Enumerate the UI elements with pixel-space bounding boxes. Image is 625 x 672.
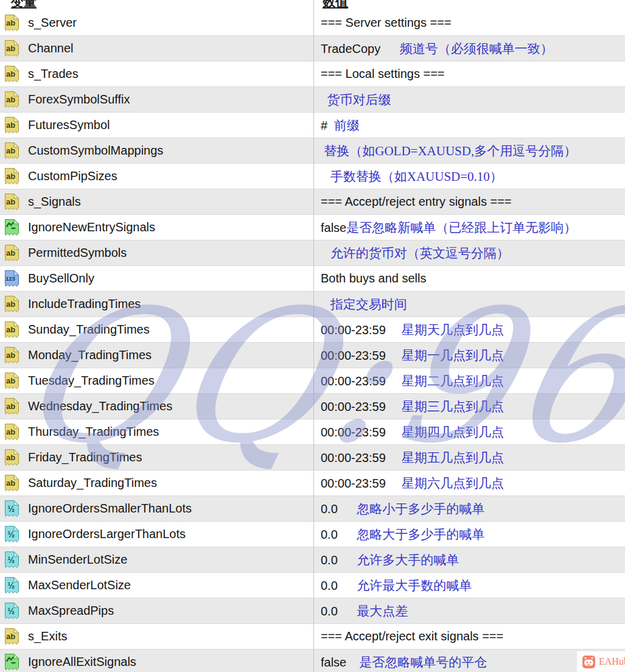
param-name: PermittedSymbols	[28, 246, 313, 260]
param-value-cell[interactable]: 0.0 忽略小于多少手的喊单	[313, 500, 625, 517]
table-row[interactable]: 123 BuySellOnly Both buys and sells	[0, 266, 625, 292]
param-name: IgnoreAllExitSignals	[28, 655, 313, 669]
param-value-cell[interactable]: TradeCopy 频道号（必须很喊单一致）	[313, 40, 625, 57]
param-value-cell[interactable]: 00:00-23:59 星期三几点到几点	[313, 398, 625, 415]
string-type-icon: ab	[0, 192, 28, 211]
param-comment: 是否忽略新喊单（已经跟上订单无影响）	[346, 219, 576, 236]
param-name: Thursday_TradingTimes	[28, 425, 313, 439]
param-name: MaxSenderLotSize	[28, 578, 313, 592]
svg-text:ab: ab	[6, 146, 15, 155]
table-row[interactable]: ab FuturesSymbol # 前缀	[0, 113, 625, 138]
table-row[interactable]: ½ MaxSpreadPips 0.0 最大点差	[0, 598, 625, 624]
param-value-cell[interactable]: 00:00-23:59 星期天几点到几点	[313, 321, 625, 338]
param-value-cell[interactable]: 00:00-23:59 星期五几点到几点	[313, 449, 625, 466]
param-comment: 忽略小于多少手的喊单	[338, 500, 485, 517]
double-type-icon: ½	[0, 499, 28, 518]
param-value: === Server settings ===	[321, 16, 452, 30]
param-value-cell[interactable]: 0.0 允许最大手数的喊单	[313, 577, 625, 594]
param-value-cell[interactable]: 00:00-23:59 星期四几点到几点	[313, 424, 625, 441]
table-row[interactable]: ab Monday_TradingTimes 00:00-23:59 星期一几点…	[0, 343, 625, 368]
table-row[interactable]: ab Tuesday_TradingTimes 00:00-23:59 星期二几…	[0, 368, 625, 394]
param-value-cell[interactable]: 允许的货币对（英文逗号分隔）	[313, 245, 625, 262]
table-row[interactable]: ab s_Signals === Accept/reject entry sig…	[0, 189, 625, 215]
param-name: CustomPipSizes	[28, 169, 313, 183]
param-value-cell[interactable]: === Server settings ===	[313, 16, 625, 30]
param-comment: 最大点差	[338, 603, 408, 620]
param-value-cell[interactable]: === Accept/reject exit signals ===	[313, 629, 625, 643]
double-type-icon: ½	[0, 550, 28, 569]
param-value-cell[interactable]: 00:00-23:59 星期六几点到几点	[313, 475, 625, 492]
param-name: MinSenderLotSize	[28, 553, 313, 567]
param-value-cell[interactable]: Both buys and sells	[313, 271, 625, 285]
svg-text:ab: ab	[6, 121, 15, 130]
bool-type-icon	[0, 218, 28, 237]
double-type-icon: ½	[0, 576, 28, 595]
param-name: IgnoreOrdersLargerThanLots	[28, 527, 313, 541]
param-name: s_Server	[28, 16, 313, 30]
table-row[interactable]: ab ForexSymbolSuffix 货币对后缀	[0, 87, 625, 113]
param-value-cell[interactable]: 手数替换（如XAUUSD=0.10）	[313, 168, 625, 185]
param-value-cell[interactable]: 0.0 忽略大于多少手的喊单	[313, 526, 625, 543]
param-value-cell[interactable]: === Accept/reject entry signals ===	[313, 195, 625, 209]
table-row[interactable]: ½ IgnoreOrdersLargerThanLots 0.0 忽略大于多少手…	[0, 522, 625, 547]
string-type-icon: ab	[0, 448, 28, 467]
table-row[interactable]: ab PermittedSymbols 允许的货币对（英文逗号分隔）	[0, 240, 625, 266]
param-value: Both buys and sells	[321, 271, 426, 285]
param-value-cell[interactable]: === Local settings ===	[313, 67, 625, 81]
column-header-variable: 变量	[11, 0, 37, 10]
param-comment: 星期四几点到几点	[386, 424, 504, 441]
param-comment: 允许的货币对（英文逗号分隔）	[321, 245, 509, 262]
svg-text:ab: ab	[6, 632, 15, 641]
table-row[interactable]: ab Wednesday_TradingTimes 00:00-23:59 星期…	[0, 394, 625, 419]
svg-text:ab: ab	[6, 95, 15, 104]
param-value: 00:00-23:59	[321, 349, 386, 363]
param-value: false	[321, 656, 346, 670]
table-row[interactable]: ab Sunday_TradingTimes 00:00-23:59 星期天几点…	[0, 317, 625, 343]
table-row[interactable]: IgnoreAllExitSignals false 是否忽略喊单号的平仓	[0, 649, 625, 672]
table-row[interactable]: IgnoreNewEntrySignals false 是否忽略新喊单（已经跟上…	[0, 215, 625, 240]
table-row[interactable]: ab Friday_TradingTimes 00:00-23:59 星期五几点…	[0, 445, 625, 471]
param-value: === Accept/reject exit signals ===	[321, 629, 503, 643]
param-comment: 前缀	[327, 117, 360, 134]
table-row[interactable]: ab CustomSymbolMappings 替换（如GOLD=XAUUSD,…	[0, 138, 625, 164]
table-row[interactable]: ½ MinSenderLotSize 0.0 允许多大手的喊单	[0, 547, 625, 573]
param-name: FuturesSymbol	[28, 118, 313, 132]
param-value-cell[interactable]: # 前缀	[313, 117, 625, 134]
table-row[interactable]: ab CustomPipSizes 手数替换（如XAUUSD=0.10）	[0, 164, 625, 189]
table-row[interactable]: ½ IgnoreOrdersSmallerThanLots 0.0 忽略小于多少…	[0, 496, 625, 522]
table-row[interactable]: ab Channel TradeCopy 频道号（必须很喊单一致）	[0, 36, 625, 61]
param-value-cell[interactable]: 货币对后缀	[313, 91, 625, 108]
eahub-robot-icon	[582, 656, 595, 668]
string-type-icon: ab	[0, 422, 28, 441]
table-row[interactable]: ab s_Server === Server settings ===	[0, 10, 625, 36]
table-row[interactable]: ½ MaxSenderLotSize 0.0 允许最大手数的喊单	[0, 573, 625, 598]
table-row[interactable]: ab IncludeTradingTimes 指定交易时间	[0, 292, 625, 317]
table-row[interactable]: ab Saturday_TradingTimes 00:00-23:59 星期六…	[0, 471, 625, 496]
param-value: TradeCopy	[321, 42, 380, 56]
param-value-cell[interactable]: 指定交易时间	[313, 296, 625, 313]
string-type-icon: ab	[0, 474, 28, 492]
svg-text:½: ½	[8, 606, 15, 616]
param-value-cell[interactable]: 替换（如GOLD=XAUUSD,多个用逗号分隔）	[313, 142, 625, 159]
param-value-cell[interactable]: 00:00-23:59 星期一几点到几点	[313, 347, 625, 364]
param-value: 00:00-23:59	[321, 477, 386, 491]
string-type-icon: ab	[0, 371, 28, 390]
svg-text:ab: ab	[6, 248, 15, 257]
param-value-cell[interactable]: 00:00-23:59 星期二几点到几点	[313, 373, 625, 390]
param-value: false	[321, 221, 346, 235]
table-row[interactable]: ab s_Exits === Accept/reject exit signal…	[0, 624, 625, 649]
param-value: 00:00-23:59	[321, 374, 386, 388]
param-name: IncludeTradingTimes	[28, 297, 313, 311]
param-value-cell[interactable]: 0.0 允许多大手的喊单	[313, 551, 625, 569]
param-comment: 星期一几点到几点	[386, 347, 504, 364]
svg-text:ab: ab	[6, 376, 15, 385]
param-value-cell[interactable]: 0.0 最大点差	[313, 603, 625, 620]
svg-text:ab: ab	[6, 18, 15, 27]
eahub-badge: EAHub	[577, 651, 625, 672]
svg-text:ab: ab	[6, 172, 15, 181]
table-row[interactable]: ab s_Trades === Local settings ===	[0, 61, 625, 87]
svg-text:ab: ab	[6, 402, 15, 411]
param-name: BuySellOnly	[28, 271, 313, 285]
table-row[interactable]: ab Thursday_TradingTimes 00:00-23:59 星期四…	[0, 419, 625, 445]
param-value-cell[interactable]: false 是否忽略新喊单（已经跟上订单无影响）	[313, 219, 625, 236]
